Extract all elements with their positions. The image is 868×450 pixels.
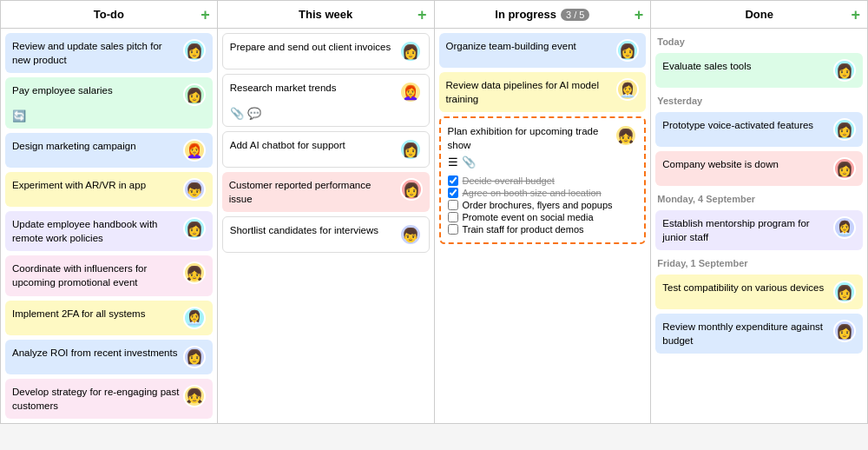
section-yesterday: Yesterday [655,92,863,108]
check-3[interactable] [448,200,458,210]
avatar-d2: 👩 [833,118,856,141]
column-todo: To-do + Review and update sales pitch fo… [1,1,218,423]
avatar-tw5: 👦 [399,223,422,246]
card-tw4[interactable]: Customer reported performance issue 👩 [222,172,430,212]
attachment-icon-ip3: 📎 [462,156,476,169]
section-friday: Friday, 1 September [655,255,863,270]
column-body-todo: Review and update sales pitch for new pr… [1,29,217,423]
avatar-td6: 👧 [183,261,206,284]
check-4[interactable] [448,212,458,222]
check-1[interactable] [448,175,458,186]
column-title-todo: To-do [94,8,124,21]
avatar-td8: 👩 [183,346,206,368]
section-today: Today [655,33,863,49]
inprogress-badge: 3 / 5 [561,9,589,21]
add-done-button[interactable]: + [851,7,860,23]
column-title-thisweek: This week [299,8,352,21]
card-d2[interactable]: Prototype voice-activated features 👩 [655,112,863,147]
card-d6[interactable]: Review monthly expenditure against budge… [655,314,863,354]
column-body-thisweek: Prepare and send out client invoices 👩 R… [218,29,434,423]
card-ip1[interactable]: Organize team-building event 👩 [439,33,647,68]
avatar-d1: 👩 [833,59,856,82]
card-td1[interactable]: Review and update sales pitch for new pr… [5,33,213,73]
card-tw5[interactable]: Shortlist candidates for interviews 👦 [222,216,430,253]
column-header-todo: To-do + [1,1,217,29]
avatar-ip2: 👩‍💼 [616,78,639,101]
card-tw2[interactable]: Research market trends 👩‍🦰 📎 💬 [222,74,430,127]
avatar-tw4: 👩 [400,178,423,201]
avatar-td4: 👦 [183,178,206,201]
avatar-td2: 👩 [183,83,206,106]
column-title-done: Done [745,8,773,21]
kanban-board: To-do + Review and update sales pitch fo… [0,0,868,424]
card-td9[interactable]: Develop strategy for re-engaging past cu… [5,379,213,419]
card-d4[interactable]: Establish mentorship program for junior … [655,210,863,250]
card-td4[interactable]: Experiment with AR/VR in app 👦 [5,172,213,207]
add-inprogress-button[interactable]: + [635,7,644,23]
attachment-icon: 📎 [230,107,244,120]
avatar-tw2: 👩‍🦰 [399,81,422,103]
check-2[interactable] [448,188,458,198]
card-td3[interactable]: Design marketing campaign 👩‍🦰 [5,133,213,168]
column-header-done: Done + [651,1,867,29]
card-td5[interactable]: Update employee handbook with remote wor… [5,211,213,251]
avatar-td9: 👧 [183,385,206,407]
avatar-ip3: 👧 [615,124,637,147]
avatar-td5: 👩 [183,217,206,240]
card-ip2[interactable]: Review data pipelines for AI model train… [439,72,647,112]
card-d1[interactable]: Evaluate sales tools 👩 [655,53,863,88]
card-td6[interactable]: Coordinate with influencers for upcoming… [5,255,213,295]
avatar-d4: 👩‍💼 [833,216,856,239]
section-monday: Monday, 4 September [655,190,863,206]
column-header-inprogress: In progress 3 / 5 + [435,1,651,29]
avatar-td1: 👩 [183,39,206,62]
column-header-thisweek: This week + [218,1,434,29]
column-body-inprogress: Organize team-building event 👩 Review da… [435,29,651,423]
card-d3[interactable]: Company website is down 👩 [655,151,863,186]
comment-icon: 💬 [247,107,261,120]
card-tw3[interactable]: Add AI chatbot for support 👩 [222,131,430,168]
list-icon: ☰ [448,156,458,169]
avatar-d6: 👩 [833,320,856,342]
column-thisweek: This week + Prepare and send out client … [218,1,435,423]
avatar-tw3: 👩 [399,138,422,161]
avatar-d3: 👩 [833,157,856,180]
checklist-ip3: Decide overall budget Agree on booth siz… [448,174,638,236]
add-todo-button[interactable]: + [201,7,210,23]
column-body-done: Today Evaluate sales tools 👩 Yesterday P… [651,29,867,423]
check-5[interactable] [448,224,458,235]
card-td8[interactable]: Analyze ROI from recent investments 👩 [5,340,213,374]
avatar-td7: 👩‍💼 [183,307,206,329]
column-title-inprogress: In progress [495,8,556,21]
card-d5[interactable]: Test compatibility on various devices 👩 [655,275,863,309]
avatar-td3: 👩‍🦰 [183,139,206,162]
avatar-tw1: 👩 [399,40,422,63]
card-ip3[interactable]: Plan exhibition for upcoming trade show … [439,116,647,244]
avatar-d5: 👩 [833,281,856,303]
add-thisweek-button[interactable]: + [418,7,427,23]
column-inprogress: In progress 3 / 5 + Organize team-buildi… [435,1,652,423]
avatar-ip1: 👩 [616,39,639,62]
card-tw1[interactable]: Prepare and send out client invoices 👩 [222,33,430,69]
column-done: Done + Today Evaluate sales tools 👩 Yest… [651,1,867,423]
card-td7[interactable]: Implement 2FA for all systems 👩‍💼 [5,301,213,335]
card-td2[interactable]: Pay employee salaries 👩 🔄 [5,77,213,129]
